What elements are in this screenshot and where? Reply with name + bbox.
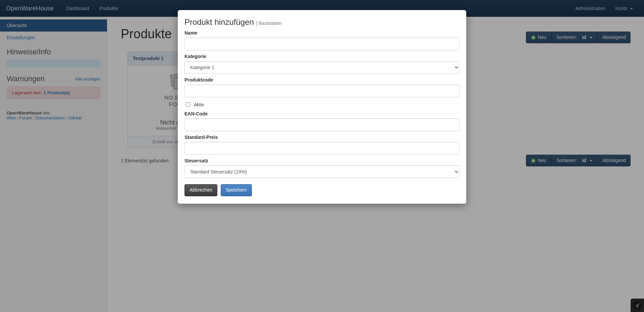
label-category: Kategorie (184, 54, 460, 59)
label-name: Name (184, 30, 460, 36)
label-productcode: Produktcode (184, 77, 460, 83)
label-tax: Steuersatz (184, 158, 460, 163)
ean-input[interactable] (184, 118, 460, 131)
active-checkbox[interactable] (186, 102, 190, 107)
label-active: Aktiv (194, 102, 204, 107)
save-button[interactable]: Speichern (221, 184, 252, 196)
modal-subtitle: | Basisdaten (256, 20, 282, 26)
price-input[interactable] (184, 142, 460, 155)
name-input[interactable] (184, 38, 460, 50)
cancel-button[interactable]: Abbrechen (184, 184, 217, 196)
label-ean: EAN-Code (184, 111, 460, 116)
add-product-modal: Produkt hinzufügen | Basisdaten Name Kat… (178, 10, 466, 204)
tax-select[interactable]: Standard Steuersatz (19%) (184, 165, 460, 178)
label-price: Standard-Preis (184, 135, 460, 140)
productcode-input[interactable] (184, 85, 460, 97)
category-select[interactable]: Kategorie 1 (184, 61, 460, 74)
modal-title: Produkt hinzufügen | Basisdaten (184, 17, 460, 27)
